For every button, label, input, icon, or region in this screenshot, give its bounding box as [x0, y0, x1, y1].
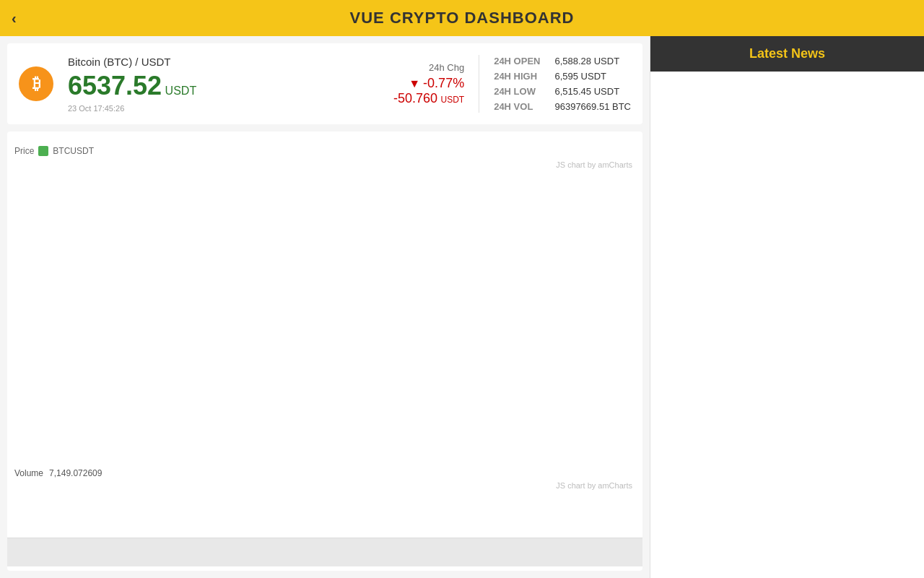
- down-arrow-icon: ▼: [409, 77, 420, 90]
- volume-chart: JS chart by amCharts: [14, 480, 635, 538]
- scrollbar-svg: [7, 538, 642, 567]
- chart-legend: Price BTCUSDT: [14, 146, 635, 156]
- price-card: ₿ Bitcoin (BTC) / USDT 6537.52 USDT 23 O…: [7, 43, 642, 124]
- chg-val-unit: USDT: [440, 95, 464, 105]
- stat-label: 24H LOW: [494, 86, 540, 97]
- price-left-info: Bitcoin (BTC) / USDT 6537.52 USDT 23 Oct…: [68, 56, 379, 113]
- stat-value: 96397669.51 BTC: [554, 101, 631, 112]
- volume-svg: [14, 480, 635, 538]
- legend-label: BTCUSDT: [53, 146, 94, 156]
- stat-label: 24H VOL: [494, 101, 540, 112]
- volume-section: Volume 7,149.072609: [14, 467, 635, 480]
- news-panel: Latest News: [650, 36, 924, 578]
- chg-value: -50.760: [393, 91, 437, 105]
- price-unit: USDT: [165, 85, 197, 97]
- candlestick-svg: [14, 159, 635, 467]
- volume-watermark: JS chart by amCharts: [556, 481, 632, 490]
- coin-icon: ₿: [19, 66, 53, 101]
- stat-label: 24H OPEN: [494, 56, 540, 66]
- candlestick-chart[interactable]: JS chart by amCharts: [14, 159, 635, 467]
- price-display: 6537.52 USDT: [68, 71, 379, 101]
- stats-grid: 24H OPEN6,588.28 USDT24H HIGH6,595 USDT2…: [494, 56, 631, 112]
- chg-percent: -0.77%: [423, 76, 464, 90]
- header: ‹ VUE CRYPTO DASHBOARD: [0, 0, 924, 36]
- change-section: 24h Chg ▼-0.77% -50.760 USDT: [393, 62, 464, 106]
- chart-watermark: JS chart by amCharts: [556, 160, 632, 169]
- chart-area: Price BTCUSDT JS chart by amCharts Volum…: [7, 131, 642, 571]
- current-price: 6537.52: [68, 71, 162, 100]
- price-label: Price: [14, 146, 34, 156]
- coin-pair: Bitcoin (BTC) / USDT: [68, 56, 379, 68]
- legend-color-indicator: [38, 146, 48, 156]
- stat-label: 24H HIGH: [494, 71, 540, 82]
- divider: [479, 55, 479, 113]
- stat-value: 6,588.28 USDT: [554, 56, 631, 66]
- back-button[interactable]: ‹: [12, 10, 17, 27]
- news-list: [650, 72, 924, 578]
- timestamp: 23 Oct 17:45:26: [68, 104, 379, 113]
- news-header: Latest News: [650, 36, 924, 72]
- chg-pct-row: ▼-0.77%: [393, 76, 464, 91]
- left-panel: ₿ Bitcoin (BTC) / USDT 6537.52 USDT 23 O…: [0, 36, 650, 578]
- chart-scrollbar[interactable]: [7, 538, 642, 566]
- main-layout: ₿ Bitcoin (BTC) / USDT 6537.52 USDT 23 O…: [0, 36, 924, 578]
- stat-value: 6,595 USDT: [554, 71, 631, 82]
- chg-val-row: -50.760 USDT: [393, 91, 464, 106]
- chg-label: 24h Chg: [393, 62, 464, 73]
- page-title: VUE CRYPTO DASHBOARD: [350, 9, 575, 27]
- stat-value: 6,515.45 USDT: [554, 86, 631, 97]
